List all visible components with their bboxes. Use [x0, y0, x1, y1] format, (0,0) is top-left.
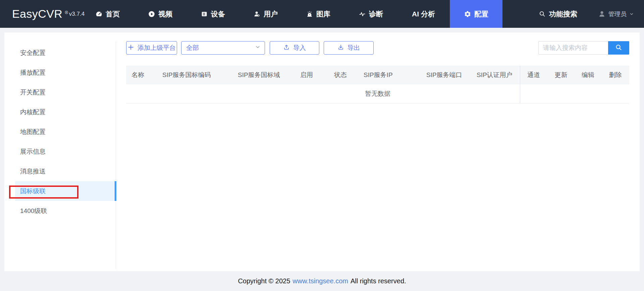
gear-icon	[464, 10, 471, 18]
sidebar-item-label: 1400级联	[20, 207, 47, 215]
sidebar-item-display-info[interactable]: 展示信息	[15, 142, 116, 161]
sidebar-item-security-config[interactable]: 安全配置	[15, 43, 116, 63]
export-button[interactable]: 导出	[324, 41, 374, 55]
search-input[interactable]	[538, 41, 608, 55]
nav-item-label: 首页	[106, 9, 120, 19]
nav-item-diagnosis[interactable]: 诊断	[344, 0, 397, 28]
column-header-sip-ip: SIP服务IP	[358, 71, 421, 79]
nav-item-label: 视频	[158, 9, 172, 19]
dashboard-icon	[95, 10, 103, 18]
search-icon	[539, 10, 546, 17]
nav-item-config[interactable]: 配置	[450, 0, 502, 28]
nav-item-video[interactable]: 视频	[134, 0, 186, 28]
user-icon	[253, 10, 261, 18]
sidebar-item-label: 消息推送	[20, 167, 46, 176]
add-platform-label: 添加上级平台	[138, 44, 176, 52]
sidebar-item-switch-config[interactable]: 开关配置	[15, 82, 116, 102]
nav-item-label: 图库	[316, 9, 330, 19]
table-header-row: 名称SIP服务国标编码SIP服务国标域启用状态SIP服务IPSIP服务端口SIP…	[126, 66, 629, 84]
platform-filter-select[interactable]: 全部	[181, 41, 265, 55]
main-nav: 首页视频设备用户图库诊断AI 分析配置	[81, 0, 502, 28]
top-navbar: EasyCVR ® v3.7.4 首页视频设备用户图库诊断AI 分析配置 功能搜…	[0, 0, 644, 28]
sidebar-item-label: 播放配置	[20, 68, 46, 77]
column-header-enabled: 启用	[295, 71, 329, 79]
chevron-down-icon	[629, 12, 634, 16]
search-button[interactable]	[608, 41, 629, 55]
diagnosis-icon	[359, 10, 366, 18]
app-title: EasyCVR	[12, 7, 62, 20]
sidebar-divider	[116, 41, 116, 269]
nav-item-gallery[interactable]: 图库	[292, 0, 344, 28]
platform-table: 名称SIP服务国标编码SIP服务国标域启用状态SIP服务IPSIP服务端口SIP…	[126, 66, 629, 103]
sidebar-item-label: 开关配置	[20, 88, 46, 97]
feature-search-button[interactable]: 功能搜索	[539, 9, 577, 19]
column-header-sip-auth-user: SIP认证用户	[471, 71, 520, 79]
export-label: 导出	[347, 44, 360, 52]
column-header-edit: 编辑	[575, 71, 601, 79]
sidebar-item-map-config[interactable]: 地图配置	[15, 122, 116, 142]
table-empty-state: 暂无数据	[126, 84, 629, 103]
nav-item-home[interactable]: 首页	[81, 0, 134, 28]
nav-item-label: AI 分析	[412, 9, 435, 19]
plus-icon	[127, 44, 134, 52]
fixed-column-divider	[520, 66, 520, 103]
main-panel: 添加上级平台 全部 导入 导出 名称SIP服务国标编码SIP服	[126, 32, 629, 103]
column-header-name: 名称	[126, 71, 157, 79]
copyright-text: Copyright © 2025	[238, 277, 290, 285]
add-platform-button[interactable]: 添加上级平台	[126, 41, 177, 55]
rights-text: All rights reserved.	[351, 277, 406, 285]
sidebar-item-label: 地图配置	[20, 128, 46, 136]
search-icon	[615, 44, 623, 52]
sidebar-item-message-push[interactable]: 消息推送	[15, 161, 116, 181]
nav-item-label: 配置	[474, 9, 488, 19]
import-button[interactable]: 导入	[270, 41, 319, 55]
feature-search-label: 功能搜索	[549, 9, 577, 19]
device-icon	[201, 10, 208, 18]
import-label: 导入	[293, 44, 306, 52]
sidebar-item-playback-config[interactable]: 播放配置	[15, 63, 116, 82]
nav-item-device[interactable]: 设备	[186, 0, 239, 28]
user-menu[interactable]: 管理员	[598, 10, 634, 18]
nav-item-label: 诊断	[369, 9, 383, 19]
nav-item-ai[interactable]: AI 分析	[397, 0, 450, 28]
column-header-channel: 通道	[520, 71, 547, 79]
filter-select-value: 全部	[186, 44, 199, 52]
play-icon	[148, 10, 155, 18]
column-header-sip-code: SIP服务国标编码	[157, 71, 232, 79]
sidebar-item-gb-cascade[interactable]: 国标级联	[15, 181, 116, 201]
nav-item-label: 用户	[264, 9, 278, 19]
trademark-symbol: ®	[65, 10, 68, 15]
config-sidebar: 安全配置播放配置开关配置内核配置地图配置展示信息消息推送国标级联1400级联	[15, 43, 116, 221]
upload-icon	[283, 44, 290, 52]
avatar-icon	[598, 10, 606, 18]
gallery-icon	[306, 10, 313, 18]
column-header-status: 状态	[329, 71, 358, 79]
app-logo: EasyCVR ® v3.7.4	[0, 0, 81, 28]
sidebar-item-label: 国标级联	[20, 187, 46, 196]
footer-link[interactable]: www.tsingsee.com	[292, 277, 348, 285]
download-icon	[337, 44, 344, 52]
content-card: 安全配置播放配置开关配置内核配置地图配置展示信息消息推送国标级联1400级联 添…	[4, 32, 640, 271]
sidebar-item-label: 内核配置	[20, 108, 46, 117]
column-header-sip-domain: SIP服务国标域	[232, 71, 295, 79]
toolbar: 添加上级平台 全部 导入 导出	[126, 41, 629, 55]
nav-item-user[interactable]: 用户	[239, 0, 292, 28]
column-header-delete: 删除	[601, 71, 629, 79]
sidebar-item-1400-cascade[interactable]: 1400级联	[15, 201, 116, 221]
column-header-update: 更新	[547, 71, 575, 79]
sidebar-item-label: 安全配置	[20, 49, 46, 57]
sidebar-item-kernel-config[interactable]: 内核配置	[15, 102, 116, 122]
column-header-sip-port: SIP服务端口	[421, 71, 471, 79]
navbar-right: 功能搜索 管理员	[539, 0, 644, 28]
sidebar-item-label: 展示信息	[20, 147, 46, 156]
user-name-label: 管理员	[608, 10, 627, 18]
search-group	[538, 41, 629, 55]
footer: Copyright © 2025 www.tsingsee.com All ri…	[0, 271, 644, 291]
nav-item-label: 设备	[211, 9, 225, 19]
chevron-down-icon	[255, 44, 261, 52]
